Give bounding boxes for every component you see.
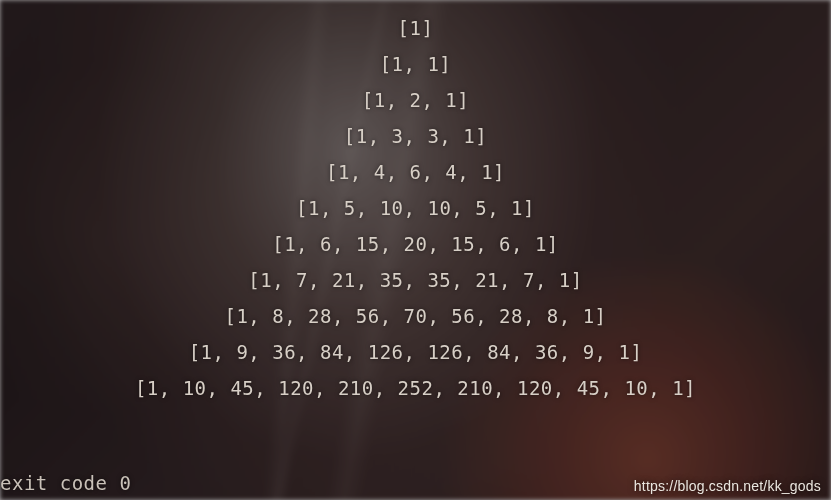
exit-status: exit code 0	[0, 472, 131, 494]
output-row: [1, 10, 45, 120, 210, 252, 210, 120, 45,…	[0, 370, 831, 406]
output-row: [1, 5, 10, 10, 5, 1]	[0, 190, 831, 226]
watermark-url: https://blog.csdn.net/kk_gods	[634, 478, 821, 494]
output-row: [1, 6, 15, 20, 15, 6, 1]	[0, 226, 831, 262]
output-row: [1, 4, 6, 4, 1]	[0, 154, 831, 190]
output-row: [1, 8, 28, 56, 70, 56, 28, 8, 1]	[0, 298, 831, 334]
output-row: [1]	[0, 10, 831, 46]
output-row: [1, 9, 36, 84, 126, 126, 84, 36, 9, 1]	[0, 334, 831, 370]
output-row: [1, 7, 21, 35, 35, 21, 7, 1]	[0, 262, 831, 298]
output-row: [1, 3, 3, 1]	[0, 118, 831, 154]
console-output: [1][1, 1][1, 2, 1][1, 3, 3, 1][1, 4, 6, …	[0, 0, 831, 500]
output-row: [1, 1]	[0, 46, 831, 82]
output-row: [1, 2, 1]	[0, 82, 831, 118]
